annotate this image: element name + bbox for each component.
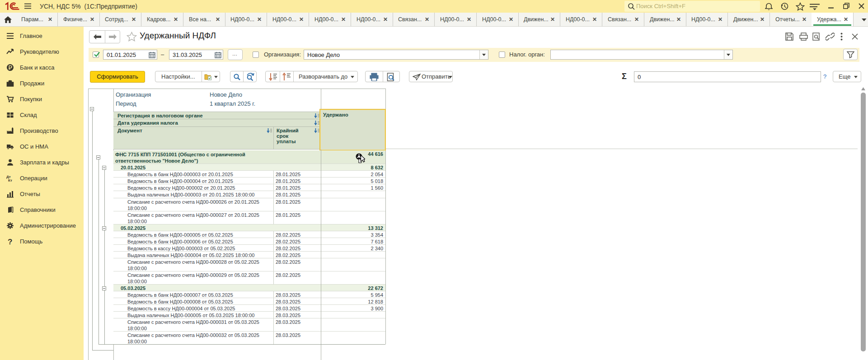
svg-text:Кт: Кт [8,178,12,182]
svg-text:?: ? [8,238,12,245]
